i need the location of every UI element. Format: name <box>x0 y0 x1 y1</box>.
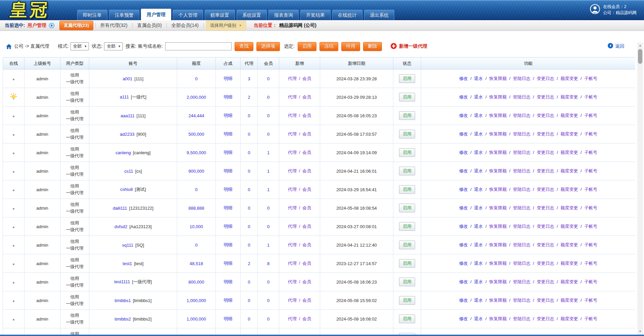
function-link-修改[interactable]: 修改 <box>459 131 468 136</box>
function-link-退水[interactable]: 退水 <box>474 261 483 266</box>
add-member-link[interactable]: 会员 <box>302 279 311 284</box>
filter-direct-agents-active[interactable]: 直属代理(23) <box>59 21 93 30</box>
status-enabled-button[interactable]: 启用 <box>399 93 415 101</box>
credit-amount-link[interactable]: 0 <box>195 76 197 81</box>
function-link-恢复限额[interactable]: 恢复限额 <box>489 76 507 81</box>
function-link-退水[interactable]: 退水 <box>474 279 483 284</box>
function-link-子帐号[interactable]: 子帐号 <box>584 94 597 99</box>
add-member-link[interactable]: 会员 <box>302 150 311 155</box>
add-member-link[interactable]: 会员 <box>302 187 311 192</box>
function-link-子帐号[interactable]: 子帐号 <box>584 316 597 321</box>
user-level-dropdown[interactable]: 选择用户级别 ▼ <box>206 20 246 31</box>
function-link-登陆日志[interactable]: 登陆日志 <box>513 205 531 210</box>
member-count-link[interactable]: 1 <box>267 169 269 174</box>
function-link-退水[interactable]: 退水 <box>474 298 483 303</box>
add-agent-link[interactable]: 代理 <box>288 131 297 136</box>
member-count-link[interactable]: 1 <box>267 187 269 192</box>
function-link-修改[interactable]: 修改 <box>459 224 468 229</box>
member-count-link[interactable]: 8 <box>267 261 269 266</box>
agent-count-link[interactable]: 0 <box>248 169 250 174</box>
agent-count-link[interactable]: 0 <box>248 187 250 192</box>
bulk-删除-button[interactable]: 删除 <box>363 42 382 51</box>
function-link-修改[interactable]: 修改 <box>459 205 468 210</box>
credit-amount-link[interactable]: 900,000 <box>189 169 204 174</box>
function-link-修改[interactable]: 修改 <box>459 76 468 81</box>
member-count-link[interactable]: 0 <box>267 206 269 211</box>
account-link[interactable]: dsfsd2 <box>114 224 127 229</box>
function-link-变更日志[interactable]: 变更日志 <box>537 168 554 173</box>
function-link-修改[interactable]: 修改 <box>459 187 468 192</box>
scroll-up-icon[interactable]: ▲ <box>637 43 643 48</box>
member-count-link[interactable]: 1 <box>267 150 269 155</box>
add-agent-link[interactable]: 代理 <box>288 113 297 118</box>
select-items-button[interactable]: 选择项 <box>256 42 280 51</box>
function-link-额度变更[interactable]: 额度变更 <box>560 94 578 99</box>
credit-amount-link[interactable]: 1,000,000 <box>187 298 206 303</box>
add-agent-link[interactable]: 代理 <box>288 279 297 284</box>
function-link-恢复限额[interactable]: 恢复限额 <box>489 242 507 247</box>
function-link-额度变更[interactable]: 额度变更 <box>560 279 578 284</box>
function-link-恢复限额[interactable]: 恢复限额 <box>489 205 507 210</box>
status-enabled-button[interactable]: 启用 <box>399 167 415 175</box>
member-count-link[interactable]: 0 <box>267 132 269 137</box>
add-agent-link[interactable]: 代理 <box>288 150 297 155</box>
home-icon[interactable] <box>6 44 12 49</box>
agent-count-link[interactable]: 0 <box>248 132 250 137</box>
function-link-恢复限额[interactable]: 恢复限额 <box>489 94 507 99</box>
function-link-额度变更[interactable]: 额度变更 <box>560 150 578 155</box>
account-link[interactable]: a001 <box>123 76 133 81</box>
function-link-恢复限额[interactable]: 恢复限额 <box>489 168 507 173</box>
status-enabled-button[interactable]: 启用 <box>399 111 415 120</box>
vertical-scrollbar[interactable]: ▲ ▼ <box>637 43 643 335</box>
account-link[interactable]: timibbs2 <box>114 317 131 322</box>
function-link-恢复限额[interactable]: 恢复限额 <box>489 279 507 284</box>
add-agent-link[interactable]: 代理 <box>288 168 297 173</box>
detail-link[interactable]: 明细 <box>224 168 233 173</box>
function-link-额度变更[interactable]: 额度变更 <box>560 205 578 210</box>
nav-tab-用户管理[interactable]: 用户管理 <box>141 9 171 20</box>
function-link-恢复限额[interactable]: 恢复限额 <box>489 187 507 192</box>
status-enabled-button[interactable]: 启用 <box>399 185 415 194</box>
member-count-link[interactable]: 0 <box>267 280 269 285</box>
member-count-link[interactable]: 0 <box>267 298 269 303</box>
function-link-变更日志[interactable]: 变更日志 <box>537 131 554 136</box>
function-link-恢复限额[interactable]: 恢复限额 <box>489 316 507 321</box>
function-link-登陆日志[interactable]: 登陆日志 <box>513 187 531 192</box>
account-link[interactable]: a111 <box>120 94 129 99</box>
function-link-登陆日志[interactable]: 登陆日志 <box>513 224 531 229</box>
function-link-退水[interactable]: 退水 <box>474 205 483 210</box>
function-link-退水[interactable]: 退水 <box>474 113 483 118</box>
function-link-恢复限额[interactable]: 恢复限额 <box>489 224 507 229</box>
status-select[interactable]: 全部 ▼ <box>104 42 123 50</box>
detail-link[interactable]: 明细 <box>224 131 233 136</box>
account-link[interactable]: ad2233 <box>120 132 134 137</box>
credit-amount-link[interactable]: 48,518 <box>190 261 203 266</box>
detail-link[interactable]: 明细 <box>224 187 233 192</box>
function-link-子帐号[interactable]: 子帐号 <box>584 279 597 284</box>
function-link-变更日志[interactable]: 变更日志 <box>537 76 554 81</box>
function-link-额度变更[interactable]: 额度变更 <box>560 224 578 229</box>
function-link-子帐号[interactable]: 子帐号 <box>584 131 597 136</box>
function-link-变更日志[interactable]: 变更日志 <box>537 113 554 118</box>
function-link-额度变更[interactable]: 额度变更 <box>560 261 578 266</box>
function-link-额度变更[interactable]: 额度变更 <box>560 131 578 136</box>
filter-item-所有代理(32)[interactable]: 所有代理(32) <box>96 23 132 29</box>
agent-count-link[interactable]: 3 <box>248 76 250 81</box>
account-link[interactable]: cshiu8 <box>120 187 133 192</box>
bulk-启用-button[interactable]: 启用 <box>298 42 316 51</box>
function-link-变更日志[interactable]: 变更日志 <box>537 242 554 247</box>
add-agent-link[interactable]: 代理 <box>288 187 297 192</box>
add-level1-agent-button[interactable]: 新增一级代理 <box>391 43 427 50</box>
credit-amount-link[interactable]: 1,000,000 <box>187 317 206 322</box>
function-link-登陆日志[interactable]: 登陆日志 <box>513 316 531 321</box>
credit-amount-link[interactable]: 500,000 <box>189 132 204 137</box>
function-link-恢复限额[interactable]: 恢复限额 <box>489 261 507 266</box>
scrollbar-thumb[interactable] <box>638 49 642 64</box>
mode-select[interactable]: 全部 ▼ <box>70 42 89 50</box>
account-link[interactable]: cs11 <box>124 169 133 174</box>
credit-amount-link[interactable]: 888,888 <box>189 206 204 211</box>
detail-link[interactable]: 明细 <box>224 242 233 247</box>
function-link-修改[interactable]: 修改 <box>459 298 468 303</box>
add-member-link[interactable]: 会员 <box>302 131 311 136</box>
function-link-变更日志[interactable]: 变更日志 <box>537 150 554 155</box>
